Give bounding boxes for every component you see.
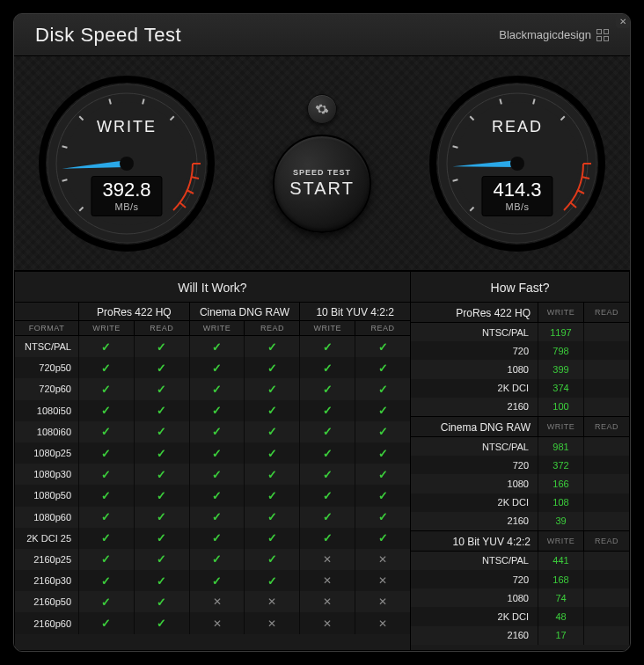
check-icon: ✓ [378, 510, 388, 523]
wiw-codec-1: Cinema DNG RAW [189, 303, 300, 321]
write-gauge: WRITE 392.8 MB/s [39, 76, 215, 252]
hf-codec-label: ProRes 422 HQ [411, 303, 538, 322]
status-fail: ✕ [299, 570, 355, 591]
table-row: 1080i60✓✓✓✓✓✓ [15, 421, 410, 442]
cross-icon: ✕ [213, 618, 222, 630]
write-unit: MB/s [102, 201, 150, 212]
write-gauge-readout: 392.8 MB/s [91, 176, 162, 216]
write-fps: 166 [538, 474, 583, 493]
format-label: 720p50 [15, 357, 78, 378]
hf-group-header: ProRes 422 HQWRITEREAD [411, 303, 629, 323]
write-fps: 374 [538, 379, 583, 398]
check-icon: ✓ [267, 489, 277, 502]
resolution-label: 2160 [411, 512, 538, 530]
wiw-sub-3: READ [244, 321, 299, 336]
status-pass: ✓ [189, 400, 245, 421]
status-fail: ✕ [244, 591, 299, 612]
read-fps [583, 588, 629, 607]
check-icon: ✓ [323, 404, 333, 417]
read-fps [583, 360, 629, 378]
resolution-label: 720 [411, 341, 538, 360]
status-pass: ✓ [78, 549, 134, 570]
status-pass: ✓ [189, 570, 245, 591]
wiw-codec-0: ProRes 422 HQ [78, 303, 189, 321]
check-icon: ✓ [212, 552, 222, 566]
status-pass: ✓ [299, 336, 355, 357]
check-icon: ✓ [212, 574, 222, 588]
close-button[interactable]: ✕ [616, 14, 630, 28]
format-label: 1080p25 [15, 442, 78, 464]
status-pass: ✓ [189, 336, 245, 357]
check-icon: ✓ [267, 531, 277, 544]
table-row: 2160100 [411, 398, 629, 416]
cross-icon: ✕ [378, 596, 387, 608]
tables-row: Will It Work? ProRes 422 HQ Cinema DNG R… [14, 271, 630, 651]
table-row: 216017 [411, 626, 629, 645]
status-pass: ✓ [134, 528, 189, 549]
table-row: 1080p60✓✓✓✓✓✓ [15, 507, 410, 528]
status-pass: ✓ [134, 421, 189, 442]
read-fps [583, 456, 629, 474]
format-label: 2K DCI 25 [15, 528, 78, 549]
app-window: ✕ Disk Speed Test Blackmagicdesign [13, 13, 631, 652]
check-icon: ✓ [323, 362, 333, 375]
table-row: 2K DCI48 [411, 607, 629, 625]
status-pass: ✓ [244, 549, 299, 570]
status-pass: ✓ [78, 485, 134, 506]
resolution-label: 1080 [411, 474, 538, 493]
status-fail: ✕ [189, 612, 245, 633]
status-fail: ✕ [355, 549, 410, 570]
status-pass: ✓ [189, 357, 245, 378]
status-pass: ✓ [78, 570, 134, 591]
status-pass: ✓ [78, 528, 134, 549]
write-fps: 48 [538, 607, 583, 625]
status-pass: ✓ [189, 421, 245, 442]
status-pass: ✓ [134, 400, 189, 421]
hf-write-label: WRITE [538, 303, 583, 322]
check-icon: ✓ [267, 404, 277, 417]
table-row: 1080399 [411, 360, 629, 378]
wiw-rows: NTSC/PAL✓✓✓✓✓✓720p50✓✓✓✓✓✓720p60✓✓✓✓✓✓10… [15, 336, 410, 650]
wiw-codec-2: 10 Bit YUV 4:2:2 [299, 303, 410, 321]
status-pass: ✓ [355, 442, 410, 464]
status-pass: ✓ [299, 357, 355, 378]
status-pass: ✓ [299, 421, 355, 442]
check-icon: ✓ [212, 510, 222, 523]
check-icon: ✓ [212, 468, 222, 481]
read-fps [583, 570, 629, 588]
hf-read-label: READ [583, 531, 629, 551]
status-pass: ✓ [78, 507, 134, 528]
status-pass: ✓ [244, 528, 299, 549]
start-button[interactable]: SPEED TEST START [273, 135, 371, 233]
status-pass: ✓ [134, 378, 189, 399]
check-icon: ✓ [157, 574, 166, 588]
will-it-work-panel: Will It Work? ProRes 422 HQ Cinema DNG R… [14, 271, 410, 651]
read-fps [583, 379, 629, 398]
check-icon: ✓ [378, 489, 388, 502]
check-icon: ✓ [101, 468, 111, 481]
status-pass: ✓ [355, 400, 410, 421]
status-pass: ✓ [355, 528, 410, 549]
read-gauge-readout: 414.3 MB/s [481, 176, 553, 216]
write-fps: 798 [538, 341, 583, 360]
resolution-label: NTSC/PAL [411, 552, 538, 570]
wiw-sub-1: READ [134, 321, 189, 336]
check-icon: ✓ [212, 425, 222, 438]
status-pass: ✓ [355, 378, 410, 399]
status-pass: ✓ [244, 570, 299, 591]
settings-button[interactable] [307, 94, 337, 124]
status-pass: ✓ [355, 507, 410, 528]
write-fps: 372 [538, 456, 583, 474]
table-row: 2160p30✓✓✓✓✕✕ [15, 570, 410, 591]
status-pass: ✓ [244, 485, 299, 506]
status-pass: ✓ [244, 507, 299, 528]
table-row: NTSC/PAL1197 [411, 323, 629, 341]
resolution-label: NTSC/PAL [411, 323, 538, 341]
status-pass: ✓ [134, 549, 189, 570]
check-icon: ✓ [157, 340, 166, 354]
wiw-sub-2: WRITE [189, 321, 245, 336]
status-pass: ✓ [244, 357, 299, 378]
write-fps: 39 [538, 512, 583, 530]
status-pass: ✓ [189, 464, 245, 485]
check-icon: ✓ [378, 425, 388, 438]
